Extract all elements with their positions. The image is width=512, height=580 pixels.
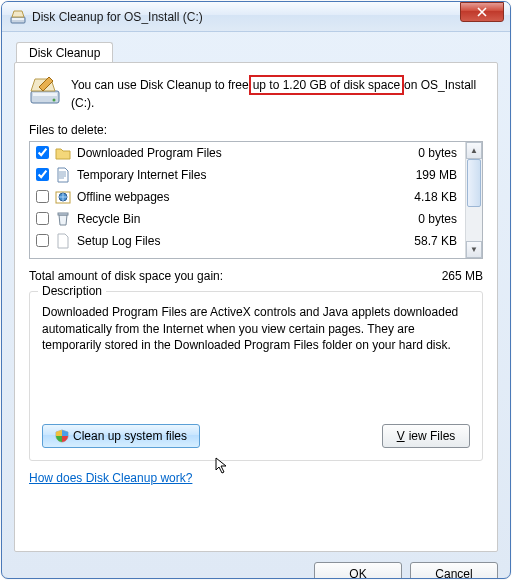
scroll-down-button[interactable]: ▼ bbox=[466, 241, 482, 258]
file-type-icon bbox=[55, 189, 71, 205]
drive-cleanup-icon bbox=[10, 9, 26, 25]
list-item[interactable]: Downloaded Program Files0 bytes bbox=[30, 142, 465, 164]
file-name: Temporary Internet Files bbox=[77, 168, 391, 182]
files-to-delete-label: Files to delete: bbox=[29, 123, 483, 137]
file-type-icon bbox=[55, 145, 71, 161]
cancel-button[interactable]: Cancel bbox=[410, 562, 498, 579]
file-name: Setup Log Files bbox=[77, 234, 391, 248]
client-area: Disk Cleanup bbox=[2, 32, 510, 579]
description-text: Downloaded Program Files are ActiveX con… bbox=[42, 304, 470, 353]
window-frame: Disk Cleanup for OS_Install (C:) Disk Cl… bbox=[1, 1, 511, 579]
list-item[interactable]: Setup Log Files58.7 KB bbox=[30, 230, 465, 252]
total-label: Total amount of disk space you gain: bbox=[29, 269, 442, 283]
file-type-icon bbox=[55, 167, 71, 183]
intro-prefix: You can use Disk Cleanup to free bbox=[71, 78, 249, 92]
intro-text: You can use Disk Cleanup to free up to 1… bbox=[71, 75, 483, 111]
description-title: Description bbox=[38, 284, 106, 298]
file-size: 0 bytes bbox=[391, 146, 461, 160]
clean-system-files-button[interactable]: Clean up system files bbox=[42, 424, 200, 448]
clean-system-files-label: Clean up system files bbox=[73, 429, 187, 443]
total-row: Total amount of disk space you gain: 265… bbox=[29, 269, 483, 283]
file-checkbox[interactable] bbox=[36, 146, 49, 159]
file-name: Recycle Bin bbox=[77, 212, 391, 226]
svg-point-4 bbox=[53, 99, 56, 102]
total-value: 265 MB bbox=[442, 269, 483, 283]
view-files-button[interactable]: View Files bbox=[382, 424, 470, 448]
close-button[interactable] bbox=[460, 2, 504, 22]
file-size: 0 bytes bbox=[391, 212, 461, 226]
titlebar[interactable]: Disk Cleanup for OS_Install (C:) bbox=[2, 2, 510, 32]
file-type-icon bbox=[55, 211, 71, 227]
shield-icon bbox=[55, 429, 69, 443]
file-size: 4.18 KB bbox=[391, 190, 461, 204]
intro-highlight: up to 1.20 GB of disk space bbox=[249, 75, 404, 95]
list-item[interactable]: Offline webpages4.18 KB bbox=[30, 186, 465, 208]
scrollbar[interactable]: ▲ ▼ bbox=[465, 142, 482, 258]
file-checkbox[interactable] bbox=[36, 190, 49, 203]
svg-rect-3 bbox=[33, 93, 57, 96]
ok-button[interactable]: OK bbox=[314, 562, 402, 579]
file-type-icon bbox=[55, 233, 71, 249]
drive-brush-icon bbox=[29, 75, 61, 107]
dialog-button-row: OK Cancel bbox=[14, 562, 498, 579]
description-group: Description Downloaded Program Files are… bbox=[29, 291, 483, 461]
window-title: Disk Cleanup for OS_Install (C:) bbox=[32, 10, 460, 24]
tab-disk-cleanup[interactable]: Disk Cleanup bbox=[16, 42, 113, 64]
svg-rect-7 bbox=[58, 213, 68, 215]
list-item[interactable]: Temporary Internet Files199 MB bbox=[30, 164, 465, 186]
svg-rect-1 bbox=[12, 18, 24, 20]
scroll-track[interactable] bbox=[466, 159, 482, 241]
file-list: Downloaded Program Files0 bytesTemporary… bbox=[29, 141, 483, 259]
file-name: Downloaded Program Files bbox=[77, 146, 391, 160]
view-files-label: iew Files bbox=[409, 429, 456, 443]
file-name: Offline webpages bbox=[77, 190, 391, 204]
file-checkbox[interactable] bbox=[36, 234, 49, 247]
scroll-thumb[interactable] bbox=[467, 159, 481, 207]
intro-row: You can use Disk Cleanup to free up to 1… bbox=[29, 75, 483, 111]
file-size: 199 MB bbox=[391, 168, 461, 182]
list-item[interactable]: Recycle Bin0 bytes bbox=[30, 208, 465, 230]
help-link[interactable]: How does Disk Cleanup work? bbox=[29, 471, 192, 485]
file-size: 58.7 KB bbox=[391, 234, 461, 248]
scroll-up-button[interactable]: ▲ bbox=[466, 142, 482, 159]
file-checkbox[interactable] bbox=[36, 212, 49, 225]
tab-panel: You can use Disk Cleanup to free up to 1… bbox=[14, 62, 498, 552]
view-files-label-u: V bbox=[397, 429, 405, 443]
file-checkbox[interactable] bbox=[36, 168, 49, 181]
